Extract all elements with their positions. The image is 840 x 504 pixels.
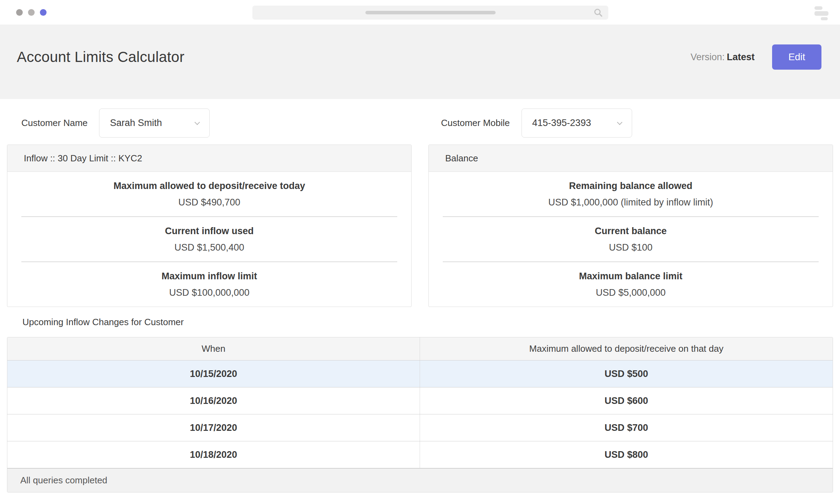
customer-mobile-select[interactable]: 415-395-2393 (522, 108, 632, 138)
cell-amount: USD $800 (420, 441, 833, 468)
stat-label: Maximum allowed to deposit/receive today (113, 181, 305, 191)
version-label: Version: (691, 52, 725, 62)
version-value: Latest (727, 52, 755, 62)
menu-bar (814, 11, 828, 16)
stat-value: USD $1,500,400 (174, 242, 244, 253)
page-header: Account Limits Calculator Version:Latest… (0, 24, 840, 99)
window-dot-icon[interactable] (16, 9, 23, 16)
stat-value: USD $100,000,000 (169, 287, 250, 298)
card-item: Maximum inflow limit USD $100,000,000 (7, 262, 411, 307)
column-header-when: When (7, 337, 420, 360)
window-dot-icon[interactable] (28, 9, 35, 16)
table-row[interactable]: 10/17/2020 USD $700 (7, 414, 833, 441)
customer-mobile-label: Customer Mobile (441, 118, 510, 128)
cell-amount: USD $600 (420, 387, 833, 414)
edit-button[interactable]: Edit (772, 44, 821, 70)
stat-label: Maximum inflow limit (161, 271, 257, 282)
customer-form: Customer Name Sarah Smith Customer Mobil… (0, 108, 840, 138)
customer-name-select[interactable]: Sarah Smith (99, 108, 210, 138)
customer-name-value: Sarah Smith (110, 118, 162, 128)
table-row[interactable]: 10/16/2020 USD $600 (7, 387, 833, 414)
card-item: Current balance USD $100 (429, 217, 833, 261)
table-header-row: When Maximum allowed to deposit/receive … (7, 337, 833, 360)
column-header-max-allowed: Maximum allowed to deposit/receive on th… (420, 337, 833, 360)
stat-value: USD $490,700 (178, 197, 240, 208)
page-title: Account Limits Calculator (17, 49, 184, 65)
cell-amount: USD $700 (420, 414, 833, 441)
stat-label: Remaining balance allowed (569, 181, 693, 191)
list-menu-icon[interactable] (814, 6, 828, 20)
search-placeholder-bar (365, 11, 496, 14)
upcoming-changes-heading: Upcoming Inflow Changes for Customer (22, 317, 840, 328)
chevron-down-icon (618, 120, 622, 125)
customer-mobile-value: 415-395-2393 (532, 118, 591, 128)
card-item: Maximum allowed to deposit/receive today… (7, 172, 411, 216)
window-dot-icon[interactable] (40, 9, 47, 16)
stat-label: Current inflow used (165, 226, 254, 237)
customer-name-label: Customer Name (21, 118, 88, 128)
stat-label: Maximum balance limit (579, 271, 682, 282)
inflow-limit-card: Inflow :: 30 Day Limit :: KYC2 Maximum a… (7, 145, 412, 307)
chevron-down-icon (195, 120, 200, 125)
table-row[interactable]: 10/15/2020 USD $500 (7, 360, 833, 387)
stat-value: USD $1,000,000 (limited by inflow limit) (548, 197, 713, 208)
cell-when: 10/16/2020 (7, 387, 420, 414)
limit-cards: Inflow :: 30 Day Limit :: KYC2 Maximum a… (7, 145, 833, 307)
balance-card-title: Balance (429, 145, 833, 172)
balance-card: Balance Remaining balance allowed USD $1… (428, 145, 833, 307)
stat-label: Current balance (595, 226, 667, 237)
cell-when: 10/17/2020 (7, 414, 420, 441)
search-icon[interactable] (594, 8, 603, 17)
browser-topbar (0, 0, 840, 24)
menu-bar (821, 17, 828, 20)
cell-when: 10/15/2020 (7, 360, 420, 387)
stat-value: USD $5,000,000 (596, 287, 666, 298)
table-row[interactable]: 10/18/2020 USD $800 (7, 441, 833, 468)
table-status-footer: All queries completed (7, 468, 833, 492)
cell-amount: USD $500 (420, 360, 833, 387)
card-item: Maximum balance limit USD $5,000,000 (429, 262, 833, 307)
card-item: Remaining balance allowed USD $1,000,000… (429, 172, 833, 216)
upcoming-changes-table: When Maximum allowed to deposit/receive … (7, 337, 833, 492)
window-controls (16, 0, 47, 24)
card-item: Current inflow used USD $1,500,400 (7, 217, 411, 261)
stat-value: USD $100 (609, 242, 653, 253)
search-input[interactable] (252, 6, 608, 20)
inflow-card-title: Inflow :: 30 Day Limit :: KYC2 (7, 145, 411, 172)
menu-bar (814, 6, 822, 10)
version-info: Version:Latest (691, 52, 755, 63)
cell-when: 10/18/2020 (7, 441, 420, 468)
